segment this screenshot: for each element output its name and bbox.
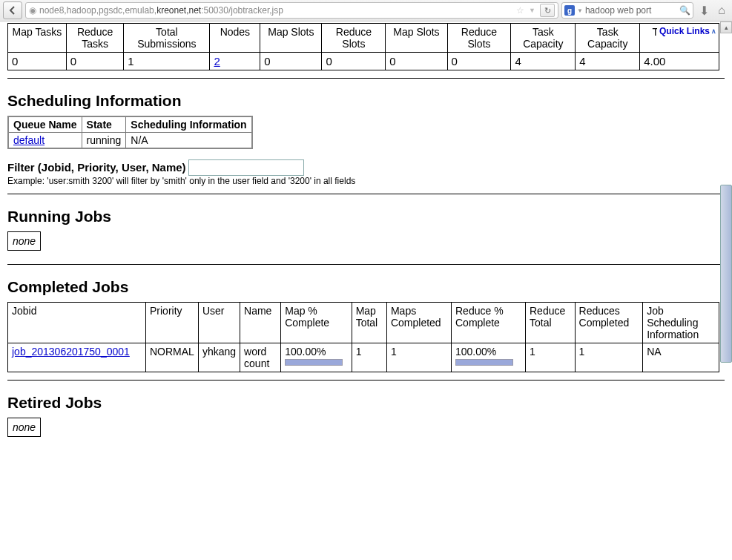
arrow-left-icon xyxy=(8,6,17,15)
col-map-slots-2: Map Slots xyxy=(386,24,447,53)
cell: 1 xyxy=(575,343,643,372)
reduce-progress-bar xyxy=(455,359,513,366)
scrollbar-up-button[interactable]: ▴ xyxy=(720,22,732,33)
cell: 0 xyxy=(447,53,511,70)
col-task-capacity-2: Task Capacity xyxy=(576,24,640,53)
col-reduce-pct: Reduce % Complete xyxy=(451,303,525,343)
dropdown-icon[interactable]: ▼ xyxy=(529,7,535,14)
cell: 4 xyxy=(576,53,640,70)
cell: 100.00% xyxy=(281,343,352,372)
search-dropdown-icon[interactable]: ▼ xyxy=(577,7,583,14)
cell: 100.00% xyxy=(451,343,525,372)
map-progress-bar xyxy=(285,359,343,366)
browser-toolbar: ◉ node8,hadoop,pgsdc,emulab,kreonet,net:… xyxy=(0,0,732,22)
reload-button[interactable]: ↻ xyxy=(540,4,555,17)
divider xyxy=(7,194,725,194)
home-icon[interactable]: ⌂ xyxy=(714,4,729,17)
cell: 4 xyxy=(511,53,576,70)
col-reduces-completed: Reduces Completed xyxy=(575,303,643,343)
col-priority: Priority xyxy=(146,303,199,343)
heading-running-jobs: Running Jobs xyxy=(7,208,725,225)
map-pct-text: 100.00% xyxy=(285,346,326,358)
col-user: User xyxy=(198,303,240,343)
col-reduce-slots: Reduce Slots xyxy=(322,24,386,53)
quick-links[interactable]: Quick Links ∧ xyxy=(657,26,719,36)
col-map-slots: Map Slots xyxy=(260,24,322,53)
google-icon: g xyxy=(564,5,575,16)
col-task-capacity: Task Capacity xyxy=(511,24,576,53)
filter-label: Filter (Jobid, Priority, User, Name) xyxy=(7,161,186,174)
cluster-summary-table: Map Tasks Reduce Tasks Total Submissions… xyxy=(7,23,719,70)
col-job-sched-info: Job Scheduling Information xyxy=(643,303,719,343)
search-bar[interactable]: g ▼ hadoop web port 🔍 xyxy=(561,2,693,19)
col-map-tasks: Map Tasks xyxy=(8,24,67,53)
jobid-link[interactable]: job_201306201750_0001 xyxy=(12,346,130,358)
table-row: 0 0 1 2 0 0 0 0 4 4 4.00 xyxy=(8,53,719,70)
back-button[interactable] xyxy=(3,1,22,19)
cell: word count xyxy=(240,343,281,372)
nodes-link[interactable]: 2 xyxy=(214,55,220,67)
retired-jobs-none: none xyxy=(7,418,41,437)
queue-link[interactable]: default xyxy=(13,134,44,146)
search-query: hadoop web port xyxy=(585,5,677,16)
cell: job_201306201750_0001 xyxy=(8,343,146,372)
scheduling-table: Queue Name State Scheduling Information … xyxy=(7,116,253,149)
heading-retired-jobs: Retired Jobs xyxy=(7,394,725,412)
heading-completed-jobs: Completed Jobs xyxy=(7,278,725,296)
cell: 4.00 xyxy=(640,53,719,70)
cell: 1 xyxy=(386,343,451,372)
reload-icon: ↻ xyxy=(544,6,551,16)
cell: 0 xyxy=(322,53,386,70)
table-row: default running N/A xyxy=(8,133,252,149)
url-text: node8,hadoop,pgsdc,emulab,kreonet,net:50… xyxy=(39,5,283,16)
col-state: State xyxy=(82,116,126,133)
filter-example: Example: 'user:smith 3200' will filter b… xyxy=(7,176,725,186)
chevron-up-icon: ∧ xyxy=(711,27,716,35)
col-reduce-tasks: Reduce Tasks xyxy=(66,24,124,53)
table-row: Map Tasks Reduce Tasks Total Submissions… xyxy=(8,24,719,53)
filter-input[interactable] xyxy=(188,159,304,176)
cell: N/A xyxy=(126,133,252,149)
completed-jobs-table: Jobid Priority User Name Map % Complete … xyxy=(7,302,719,372)
divider xyxy=(7,78,725,79)
col-maps-completed: Maps Completed xyxy=(386,303,451,343)
running-jobs-none: none xyxy=(7,231,41,251)
scrollbar-thumb[interactable] xyxy=(720,185,732,363)
cell: NORMAL xyxy=(146,343,199,372)
reduce-pct-text: 100.00% xyxy=(455,346,496,358)
table-row: Queue Name State Scheduling Information xyxy=(8,116,252,133)
content-area: Quick Links ∧ ▴ Map Tasks Reduce Tasks T… xyxy=(0,22,732,560)
table-row: Jobid Priority User Name Map % Complete … xyxy=(8,303,719,343)
col-nodes: Nodes xyxy=(210,24,260,53)
cell: yhkang xyxy=(198,343,240,372)
heading-scheduling: Scheduling Information xyxy=(7,92,725,110)
bookmark-star-icon[interactable]: ☆ xyxy=(516,5,524,16)
search-icon[interactable]: 🔍 xyxy=(679,5,690,16)
download-icon[interactable]: ⬇ xyxy=(696,4,711,18)
col-map-pct: Map % Complete xyxy=(281,303,352,343)
col-jobid: Jobid xyxy=(8,303,146,343)
col-total-submissions: Total Submissions xyxy=(124,24,210,53)
col-reduce-total: Reduce Total xyxy=(526,303,576,343)
col-sched-info: Scheduling Information xyxy=(126,116,252,133)
divider xyxy=(7,264,725,265)
cell: running xyxy=(82,133,126,149)
table-row: job_201306201750_0001 NORMAL yhkang word… xyxy=(8,343,719,372)
col-reduce-slots-2: Reduce Slots xyxy=(447,24,511,53)
cell: 1 xyxy=(526,343,576,372)
col-map-total: Map Total xyxy=(352,303,386,343)
col-queue-name: Queue Name xyxy=(8,116,82,133)
cell: default xyxy=(8,133,82,149)
cell: 1 xyxy=(352,343,386,372)
cell: 2 xyxy=(210,53,260,70)
divider xyxy=(7,380,725,381)
url-bar[interactable]: ◉ node8,hadoop,pgsdc,emulab,kreonet,net:… xyxy=(25,2,558,19)
cell: 0 xyxy=(66,53,124,70)
cell: 0 xyxy=(260,53,322,70)
cell: 0 xyxy=(386,53,447,70)
globe-icon: ◉ xyxy=(29,5,36,16)
cell: NA xyxy=(643,343,719,372)
cell: 0 xyxy=(8,53,67,70)
col-name: Name xyxy=(240,303,281,343)
cell: 1 xyxy=(124,53,210,70)
